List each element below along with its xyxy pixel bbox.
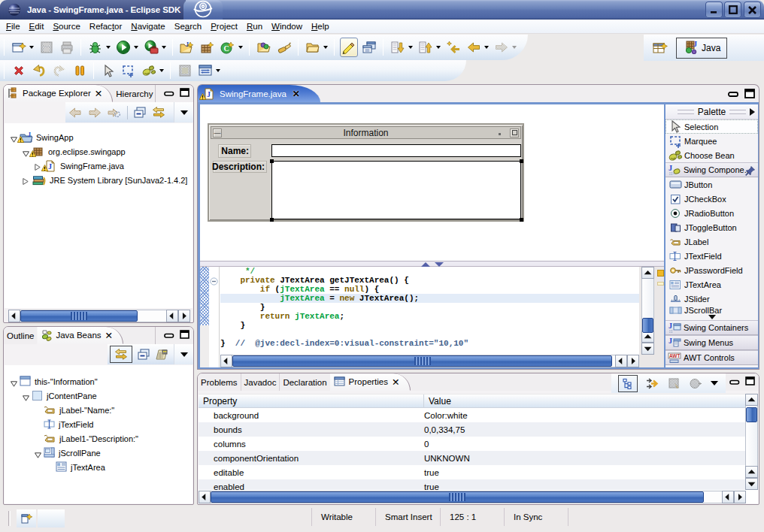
palette-item-jpasswordfield[interactable]: JPasswordField <box>665 263 758 277</box>
toolbar-marquee-button[interactable] <box>120 61 138 80</box>
palette-header[interactable]: Palette <box>665 104 758 119</box>
source-scroll-left2-icon[interactable] <box>615 355 627 367</box>
editor-tab-swingframe[interactable]: J SwingFrame.java ✕ <box>198 85 320 102</box>
palette-drawer-swing-compone[interactable]: JSwing Compone... <box>665 162 758 177</box>
toolbar-previous-annotation-button[interactable] <box>417 38 435 57</box>
source-code[interactable]: */ private JTextArea getJTextArea() { if… <box>220 267 639 367</box>
toolbar-run-button[interactable] <box>114 38 132 57</box>
properties-maximize-icon[interactable] <box>745 376 755 388</box>
palette-item-jscrollbar[interactable]: JScrollBar <box>665 306 758 314</box>
package-explorer-hscrollbar[interactable] <box>8 310 190 322</box>
outline-tab-close-icon[interactable]: ✕ <box>105 330 113 341</box>
package-explorer-tree-item-org-eclipse-swingapp[interactable]: org.eclipse.swingapp <box>5 144 193 159</box>
toolbar-mark-occurrences-button[interactable] <box>340 38 358 57</box>
designed-jframe[interactable]: —InformationName:Description: <box>208 123 524 222</box>
menu-navigate[interactable]: Navigate <box>126 22 169 31</box>
palette-item-jcheckbox[interactable]: JCheckBox <box>665 192 758 206</box>
toolbar-delete-button[interactable] <box>10 61 28 80</box>
outline-tree-item-jtextfield[interactable]: jTextField <box>5 417 193 431</box>
palette-drawer-swing-containers[interactable]: JSwing Containers <box>665 320 758 335</box>
name-textfield[interactable] <box>271 144 521 157</box>
package-explorer-collapse-all-button[interactable] <box>133 106 147 119</box>
selection-handle[interactable] <box>520 218 523 222</box>
selection-handle[interactable] <box>270 159 274 163</box>
toolbar-print-button[interactable] <box>58 38 76 57</box>
menu-help[interactable]: Help <box>307 22 334 31</box>
toolbar-run-dropdown-icon[interactable] <box>134 46 138 49</box>
outline-maximize-icon[interactable] <box>180 330 189 341</box>
palette-item-jbutton[interactable]: JButton <box>665 177 758 192</box>
properties-scroll-right-icon[interactable] <box>734 491 746 503</box>
toolbar-open-type-button[interactable] <box>255 38 273 57</box>
palette-drawer-swing-menus[interactable]: JSwing Menus <box>665 335 758 350</box>
expanded-arrow-icon[interactable] <box>23 393 29 399</box>
properties-scroll-thumb[interactable] <box>746 407 757 422</box>
outline-view-menu-icon[interactable] <box>180 352 188 357</box>
toolbar-save-button[interactable] <box>38 38 56 57</box>
toolbar-run-external-tools-button[interactable] <box>142 38 160 57</box>
code-line-9[interactable]: } // @jve:decl-index=0:visual-constraint… <box>220 339 639 348</box>
source-scroll-thumb[interactable] <box>232 355 612 367</box>
outline-tree-item-jscrollpane[interactable]: jScrollPane <box>5 446 193 460</box>
properties-scroll-thumb[interactable] <box>211 491 704 503</box>
toolbar-new-wizard-button[interactable] <box>10 38 28 57</box>
outline-tab-outline[interactable]: Outline <box>4 327 37 344</box>
menu-run[interactable]: Run <box>242 22 267 31</box>
design-source-sash[interactable] <box>200 261 664 267</box>
palette-item-marquee[interactable]: Marquee <box>665 134 758 148</box>
properties-scroll-track[interactable] <box>211 491 722 503</box>
jframe-menu-button[interactable]: — <box>213 128 222 138</box>
property-row-editable[interactable]: editabletrue <box>199 465 746 479</box>
palette-item-selection[interactable]: Selection <box>665 119 758 134</box>
code-line-6[interactable]: return jTextArea; <box>220 312 639 321</box>
palette-item-jtextfield[interactable]: JTextField <box>665 249 758 263</box>
toolbar-forward-dropdown-icon[interactable] <box>512 46 517 49</box>
outline-link-with-editor-button[interactable] <box>110 346 132 363</box>
toolbar-open-resource-button[interactable] <box>304 38 322 57</box>
design-canvas[interactable]: —InformationName:Description: <box>200 104 664 261</box>
properties-tab-close-icon[interactable]: ✕ <box>392 376 399 388</box>
toolbar-choose-bean-button[interactable] <box>140 61 158 80</box>
expanded-arrow-icon[interactable] <box>11 379 17 385</box>
properties-table-header[interactable]: PropertyValue <box>199 394 746 408</box>
palette-item-jtogglebutton[interactable]: JToggleButton <box>665 220 758 234</box>
code-line-1[interactable]: */ <box>220 267 639 276</box>
menu-refactor[interactable]: Refactor <box>85 22 126 31</box>
source-scroll-thumb[interactable] <box>642 318 653 333</box>
properties-tab-problems[interactable]: Problems <box>198 373 241 391</box>
fast-view-button[interactable] <box>17 509 36 527</box>
toolbar-new-java-package-button[interactable] <box>199 38 217 57</box>
property-row-columns[interactable]: columns0 <box>199 437 746 451</box>
description-label[interactable]: Description: <box>213 161 267 173</box>
titlebar[interactable]: Java - SwingFrame.java - Eclipse SDK <box>0 0 764 20</box>
toolbar-toggle-disabled-button[interactable] <box>176 61 194 80</box>
palette-collapse-icon[interactable] <box>750 108 755 116</box>
toolbar-search-button[interactable] <box>275 38 293 57</box>
package-explorer-tab-close-icon[interactable]: ✕ <box>95 88 102 99</box>
package-explorer-minimize-icon[interactable] <box>164 89 174 99</box>
outline-tree-item-this-information[interactable]: this-"Information" <box>5 374 193 388</box>
properties-scroll-left2-icon[interactable] <box>722 491 734 503</box>
expanded-arrow-icon[interactable] <box>23 149 29 155</box>
properties-tab-declaration[interactable]: Declaration <box>279 373 329 391</box>
palette-item-choose-bean[interactable]: Choose Bean <box>665 148 758 162</box>
jframe-iconify-button[interactable] <box>499 133 501 135</box>
source-scroll-down-icon[interactable] <box>641 343 654 355</box>
package-explorer-scroll-left-icon[interactable] <box>8 310 20 322</box>
toolbar-next-annotation-button[interactable] <box>389 38 407 57</box>
package-explorer-link-with-editor-button[interactable] <box>151 106 166 119</box>
palette-item-jtextarea[interactable]: JTextArea <box>665 277 758 292</box>
source-scroll-track[interactable] <box>232 355 615 367</box>
source-scroll-track[interactable] <box>641 279 654 331</box>
properties-scroll-down-icon[interactable] <box>745 478 758 490</box>
collapse-fold-icon[interactable] <box>210 277 218 288</box>
code-line-8[interactable] <box>220 330 639 339</box>
palette-item-jslider[interactable]: JSlider <box>665 292 758 306</box>
menu-search[interactable]: Search <box>170 22 206 31</box>
property-row-enabled[interactable]: enabledtrue <box>199 479 746 490</box>
outline-tab-java-beans[interactable]: Java Beans✕ <box>37 327 123 344</box>
toolbar-new-java-class-dropdown-icon[interactable] <box>238 46 243 49</box>
properties-scroll-up-icon[interactable] <box>745 394 758 406</box>
editor-minimize-icon[interactable] <box>728 89 739 100</box>
palette-item-jradiobutton[interactable]: JRadioButton <box>665 206 758 220</box>
